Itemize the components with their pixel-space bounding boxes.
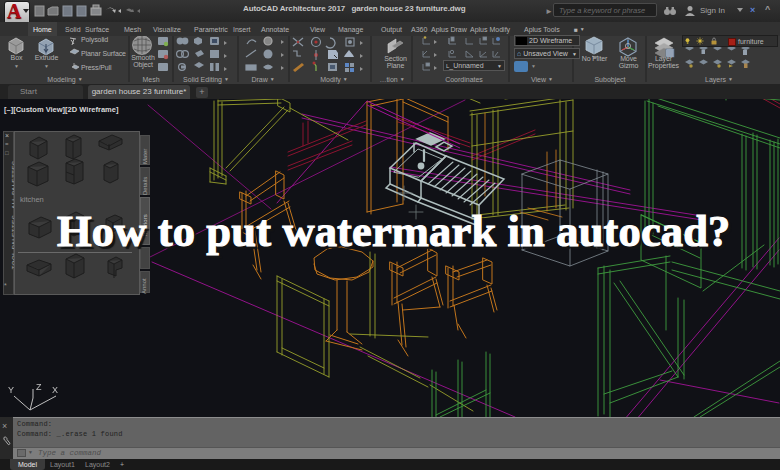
svg-text:Z: Z: [36, 382, 42, 392]
svg-text:Y: Y: [8, 385, 14, 395]
svg-text:X: X: [52, 385, 58, 395]
